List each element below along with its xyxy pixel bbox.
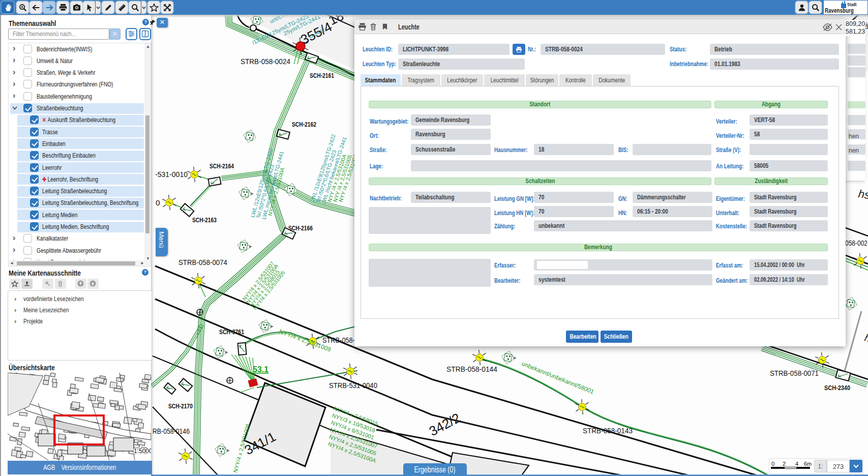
svg-text:0: 0 (156, 198, 160, 207)
svg-text:STRB-058-0024: STRB-058-0024 (241, 57, 290, 66)
svg-text:SCH-2340: SCH-2340 (824, 384, 850, 392)
svg-text:STRB-058-0143: STRB-058-0143 (583, 426, 633, 435)
svg-text:hs: hs (857, 187, 868, 201)
svg-text:STRB-058-: STRB-058- (322, 336, 355, 344)
svg-text:SCH-2166: SCH-2166 (288, 225, 313, 232)
svg-text:1:5000: 1:5000 (134, 448, 151, 455)
svg-text:SCH-2162: SCH-2162 (292, 121, 316, 128)
svg-text:STRB-531-0040: STRB-531-0040 (329, 381, 377, 390)
svg-text:STRB-058-0071: STRB-058-0071 (770, 369, 819, 377)
svg-text:058-002: 058-002 (845, 239, 867, 247)
svg-text:53.1: 53.1 (253, 365, 268, 374)
svg-text:SCH-3761: SCH-3761 (219, 329, 244, 336)
svg-text:-531-0010: -531-0010 (155, 170, 188, 178)
svg-text:SCH-2164: SCH-2164 (209, 163, 234, 170)
svg-text:STRB-058-0144: STRB-058-0144 (446, 365, 497, 373)
svg-text:SCH-2161: SCH-2161 (310, 72, 334, 79)
svg-text:SCH-2163: SCH-2163 (192, 217, 217, 224)
svg-text:STRB-058-0074: STRB-058-0074 (178, 258, 227, 266)
svg-text:SCH-2170: SCH-2170 (168, 403, 193, 410)
svg-text:RB-058-0146: RB-058-0146 (153, 427, 190, 435)
